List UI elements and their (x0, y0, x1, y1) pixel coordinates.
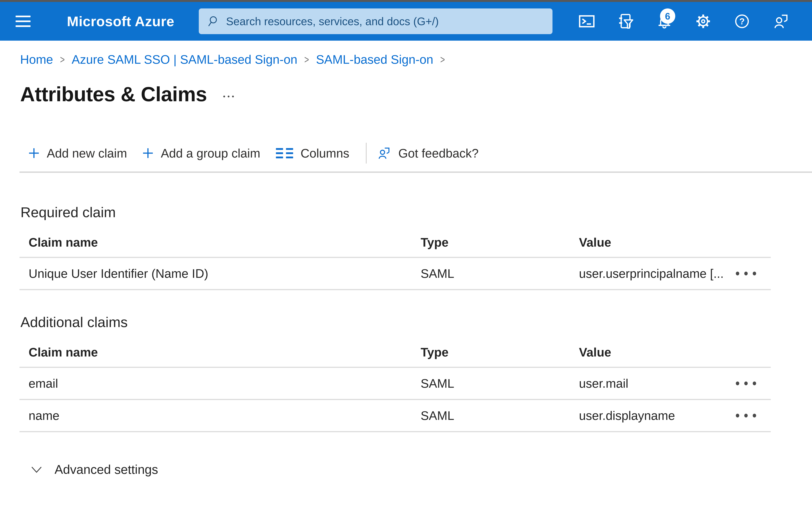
table-row[interactable]: name SAML user.displayname (20, 400, 771, 432)
cell-type: SAML (420, 408, 579, 423)
cell-claim-name: Unique User Identifier (Name ID) (20, 266, 420, 280)
row-context-menu-button[interactable] (736, 381, 771, 385)
add-new-claim-button[interactable]: Add new claim (29, 146, 127, 160)
columns-label: Columns (300, 146, 349, 160)
additional-claims-section: Additional claims Claim name Type Value … (20, 314, 812, 432)
plus-icon (29, 148, 39, 159)
subscription-filter-button[interactable] (613, 9, 638, 33)
command-bar: Add new claim Add a group claim Columns … (29, 142, 812, 164)
table-header-row: Claim name Type Value (20, 337, 771, 368)
cell-value: user.mail (579, 376, 730, 390)
global-search-box[interactable] (199, 8, 552, 34)
additional-claims-table: Claim name Type Value email SAML user.ma… (20, 337, 771, 432)
gear-icon (695, 13, 712, 30)
svg-text:?: ? (739, 17, 745, 26)
breadcrumb-separator: > (60, 53, 65, 66)
hamburger-icon (16, 16, 31, 17)
breadcrumb-separator: > (440, 53, 445, 66)
breadcrumb: Home > Azure SAML SSO | SAML-based Sign-… (20, 52, 812, 66)
breadcrumb-home[interactable]: Home (20, 52, 53, 66)
advanced-settings-label: Advanced settings (55, 462, 158, 477)
table-header-row: Claim name Type Value (20, 228, 771, 258)
required-claim-section: Required claim Claim name Type Value Uni… (20, 204, 812, 290)
column-header-claim-name: Claim name (20, 345, 420, 359)
breadcrumb-app-sso[interactable]: Azure SAML SSO | SAML-based Sign-on (71, 52, 297, 66)
cell-value: user.displayname (579, 408, 730, 423)
topbar-icon-group: 6 ? (575, 9, 793, 33)
settings-button[interactable] (691, 9, 715, 33)
plus-icon (143, 148, 153, 159)
feedback-person-icon (772, 13, 789, 30)
search-icon (208, 15, 220, 27)
page-context-menu-button[interactable] (223, 96, 234, 98)
columns-button[interactable]: Columns (276, 146, 349, 160)
page-title: Attributes & Claims (20, 82, 207, 106)
three-dots-icon (736, 414, 739, 417)
hamburger-menu-button[interactable] (16, 16, 31, 27)
cloud-shell-icon (578, 13, 595, 30)
columns-icon (276, 148, 293, 158)
help-icon: ? (733, 13, 750, 30)
feedback-button[interactable] (768, 9, 793, 33)
got-feedback-label: Got feedback? (398, 146, 478, 160)
add-group-claim-button[interactable]: Add a group claim (143, 146, 260, 160)
chevron-down-icon (31, 466, 42, 474)
toolbar-bottom-rule (20, 171, 812, 173)
required-claim-table: Claim name Type Value Unique User Identi… (20, 228, 771, 290)
cell-type: SAML (420, 376, 579, 390)
breadcrumb-saml-signon[interactable]: SAML-based Sign-on (316, 52, 433, 66)
window-top-edge (0, 0, 812, 2)
table-row[interactable]: email SAML user.mail (20, 368, 771, 400)
notifications-button[interactable]: 6 (652, 9, 676, 33)
brand-microsoft-azure[interactable]: Microsoft Azure (67, 13, 174, 29)
search-input[interactable] (226, 15, 544, 28)
feedback-person-icon (377, 146, 391, 160)
additional-claims-title: Additional claims (21, 314, 812, 330)
column-header-value: Value (579, 235, 730, 249)
column-header-claim-name: Claim name (20, 235, 420, 249)
page-header: Attributes & Claims (20, 82, 812, 110)
required-claim-title: Required claim (21, 204, 812, 221)
row-context-menu-button[interactable] (736, 414, 771, 417)
three-dots-icon (736, 272, 739, 275)
subscription-filter-icon (617, 13, 634, 30)
toolbar-divider (366, 143, 367, 164)
add-new-claim-label: Add new claim (47, 146, 127, 160)
azure-top-bar: Microsoft Azure (0, 2, 812, 40)
column-header-type: Type (420, 235, 579, 249)
column-header-type: Type (420, 345, 579, 359)
notification-count-badge: 6 (660, 8, 675, 24)
ellipsis-icon (223, 96, 225, 98)
three-dots-icon (736, 381, 739, 385)
cell-claim-name: email (20, 376, 420, 390)
cell-type: SAML (420, 266, 579, 280)
column-header-value: Value (579, 345, 730, 359)
cell-value: user.userprincipalname [... (579, 266, 730, 280)
cloud-shell-button[interactable] (575, 9, 599, 33)
table-row[interactable]: Unique User Identifier (Name ID) SAML us… (20, 258, 771, 290)
help-button[interactable]: ? (730, 9, 754, 33)
row-context-menu-button[interactable] (736, 272, 771, 275)
breadcrumb-separator: > (304, 53, 309, 66)
add-group-claim-label: Add a group claim (161, 146, 260, 160)
got-feedback-button[interactable]: Got feedback? (377, 146, 478, 160)
cell-claim-name: name (20, 408, 420, 423)
advanced-settings-toggle[interactable]: Advanced settings (31, 462, 158, 477)
